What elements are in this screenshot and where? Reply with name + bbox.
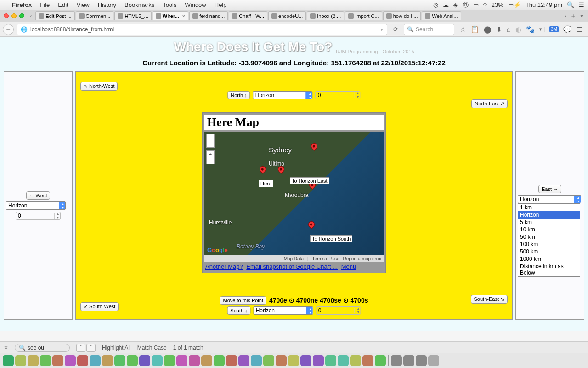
map-report-link[interactable]: Report a map error	[343, 256, 382, 261]
close-find-icon[interactable]: ✕	[4, 345, 8, 351]
south-west-button[interactable]: ↙ South-West	[80, 302, 119, 311]
map-data-link[interactable]: Map Data	[284, 256, 304, 261]
dock-app-icon[interactable]	[375, 355, 386, 366]
map-pin-icon[interactable]	[307, 220, 316, 229]
another-map-link[interactable]: Another Map?	[205, 263, 243, 270]
menu-file[interactable]: File	[40, 1, 50, 8]
battery-percent[interactable]: 23%	[492, 1, 503, 8]
browser-tab[interactable]: encodeU...	[268, 12, 306, 20]
dock-app-icon[interactable]	[214, 355, 225, 366]
south-distance-select[interactable]: Horizon▴▾	[254, 306, 313, 315]
browser-tab[interactable]: Chaff - W...	[229, 12, 267, 20]
spotlight-icon[interactable]: 🔍	[567, 1, 574, 8]
close-tab-icon[interactable]: ×	[182, 13, 185, 19]
map-terms-link[interactable]: Terms of Use	[312, 256, 339, 261]
dock-app-icon[interactable]	[251, 355, 262, 366]
star-icon[interactable]: ☆	[460, 25, 466, 34]
browser-tab[interactable]: Web Anal...	[422, 12, 461, 20]
status-icon[interactable]: ◈	[453, 1, 458, 8]
dock-app-icon[interactable]	[300, 355, 311, 366]
browser-tab[interactable]: how do I ...	[383, 12, 421, 20]
dropdown-option[interactable]: 1000 km	[518, 255, 580, 263]
dropdown-option[interactable]: 5 km	[518, 218, 580, 226]
menu-window[interactable]: Window	[185, 1, 206, 8]
battery-icon[interactable]: ▭⚡	[508, 1, 521, 8]
dock-app-icon[interactable]	[189, 355, 200, 366]
zoom-window-icon[interactable]	[19, 13, 24, 18]
search-input[interactable]: 🔍 Search	[404, 24, 454, 35]
status-icon[interactable]: Ⓑ	[463, 1, 469, 9]
dock-app-icon[interactable]	[176, 355, 187, 366]
dock-app-icon[interactable]	[52, 355, 63, 366]
dropdown-option[interactable]: 500 km	[518, 248, 580, 255]
airplay-icon[interactable]: ▭	[473, 1, 479, 8]
dock-app-icon[interactable]	[362, 355, 373, 366]
dock-app-icon[interactable]	[201, 355, 212, 366]
dropdown-option[interactable]: 1 km	[518, 204, 580, 211]
addon-icon[interactable]: 🐾	[526, 25, 535, 34]
tab-scroll-left-icon[interactable]: ‹	[30, 12, 32, 19]
north-distance-select[interactable]: Horizon▴▾	[253, 91, 313, 99]
map-pin-icon[interactable]	[310, 142, 319, 151]
dock-app-icon[interactable]	[139, 355, 150, 366]
dock-app-icon[interactable]	[325, 355, 336, 366]
south-button[interactable]: South ↓	[227, 306, 250, 315]
browser-tab[interactable]: HTML5_...	[114, 12, 151, 20]
dock-app-icon[interactable]	[102, 355, 113, 366]
browser-tab[interactable]: Import C...	[345, 12, 382, 20]
dock-app-icon[interactable]	[288, 355, 299, 366]
dock-app-icon[interactable]	[3, 355, 14, 366]
zoom-controls[interactable]: +−	[206, 150, 215, 164]
dock-app-icon[interactable]	[263, 355, 274, 366]
dock-app-icon[interactable]	[127, 355, 138, 366]
pocket-icon[interactable]: ⬤	[484, 25, 492, 34]
dock-app-icon[interactable]	[77, 355, 88, 366]
sync-icon[interactable]: ◐	[515, 25, 521, 34]
dropdown-option[interactable]: 50 km	[518, 233, 580, 241]
menu-view[interactable]: View	[77, 1, 90, 8]
north-distance-input[interactable]: 0▴▾	[316, 91, 361, 99]
dock-app-icon[interactable]	[65, 355, 76, 366]
dropdown-option[interactable]: 100 km	[518, 241, 580, 248]
browser-tab[interactable]: Commen...	[76, 12, 114, 20]
west-distance-input[interactable]: 0▴▾	[16, 212, 61, 220]
south-distance-input[interactable]: 0▴▾	[316, 306, 361, 315]
dock-app-icon[interactable]	[152, 355, 163, 366]
pegman-icon[interactable]	[206, 134, 215, 148]
menu-edit[interactable]: Edit	[58, 1, 68, 8]
dock-app-icon[interactable]	[40, 355, 51, 366]
dock-app-icon[interactable]	[226, 355, 237, 366]
window-controls[interactable]	[4, 13, 24, 18]
hamburger-icon[interactable]: ☰	[577, 25, 582, 34]
status-icon[interactable]: ☁	[443, 1, 449, 8]
move-to-point-button[interactable]: Move to this Point	[220, 296, 266, 305]
download-icon[interactable]: ⬇	[496, 25, 502, 34]
browser-tab[interactable]: Edit Post ...	[35, 12, 74, 20]
menu-link[interactable]: Menu	[341, 263, 356, 270]
dropdown-option[interactable]: Distance in km as Below	[518, 263, 580, 276]
menu-icon[interactable]: ☰	[579, 1, 584, 8]
menu-help[interactable]: Help	[215, 1, 227, 8]
dock-app-icon[interactable]	[238, 355, 249, 366]
new-tab-button[interactable]: ＋	[570, 12, 577, 20]
email-snapshot-link[interactable]: Email snapshot of Google Chart ...	[246, 263, 338, 270]
tabs-menu-icon[interactable]: ▾	[580, 12, 583, 20]
north-west-button[interactable]: ↖ North-West	[80, 82, 118, 91]
home-icon[interactable]: ⌂	[507, 25, 511, 33]
menu-bookmarks[interactable]: Bookmarks	[124, 1, 154, 8]
dock-app-icon[interactable]	[338, 355, 349, 366]
browser-tab[interactable]: Inbox (2,...	[307, 12, 344, 20]
menu-history[interactable]: History	[98, 1, 116, 8]
browser-tab[interactable]: ferdinand...	[189, 12, 228, 20]
clipboard-icon[interactable]: 📋	[470, 25, 479, 34]
url-input[interactable]: 🌐 localhost:8888/distance_from.html ▾	[17, 24, 387, 35]
menu-tools[interactable]: Tools	[163, 1, 176, 8]
dock-app-icon[interactable]	[114, 355, 125, 366]
dock-app-icon[interactable]	[313, 355, 324, 366]
find-prev-button[interactable]: ˄	[76, 344, 85, 352]
east-button[interactable]: East →	[538, 185, 561, 193]
east-distance-dropdown[interactable]: 1 kmHorizon5 km10 km50 km100 km500 km100…	[518, 203, 580, 277]
dock-app-icon[interactable]	[350, 355, 361, 366]
find-next-button[interactable]: ˅	[86, 344, 96, 352]
badge[interactable]: 3M	[549, 26, 559, 32]
